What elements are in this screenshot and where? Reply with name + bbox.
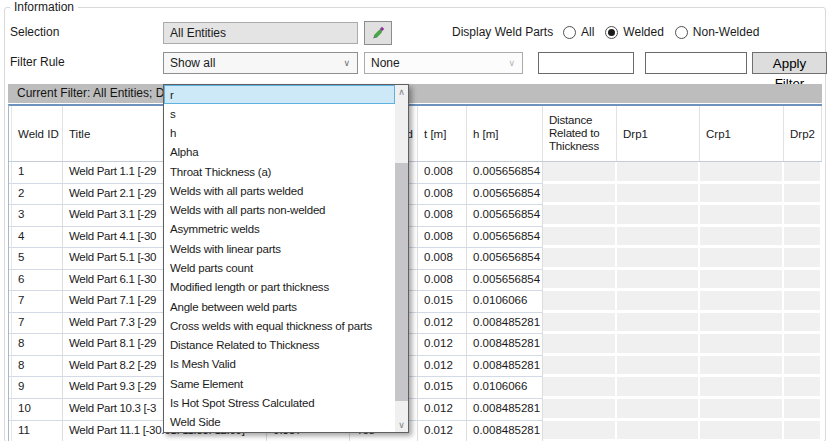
table-row[interactable]: 8Weld Part 8.2 [-290.0120.008485281 [9, 356, 822, 378]
cell-drp1[interactable] [617, 291, 700, 313]
cell-drp1[interactable] [617, 248, 700, 270]
dropdown-item[interactable]: Modified length or part thickness [164, 278, 395, 297]
cell-t-m[interactable]: 0.012 [418, 313, 467, 335]
cell-drp1[interactable] [617, 184, 700, 206]
cell-crp1[interactable] [700, 377, 784, 399]
dropdown-scrollbar[interactable]: ∧ ∨ [395, 85, 408, 432]
cell-distance-related-to-thickness[interactable] [543, 291, 617, 313]
cell-crp1[interactable] [700, 184, 784, 206]
cell-crp1[interactable] [700, 291, 784, 313]
dropdown-item[interactable]: Welds with all parts welded [164, 181, 395, 200]
cell-drp1[interactable] [617, 227, 700, 249]
dropdown-item[interactable]: Asymmetric welds [164, 220, 395, 239]
dropdown-item[interactable]: Is Mesh Valid [164, 355, 395, 374]
dropdown-item[interactable]: s [164, 104, 395, 123]
table-row[interactable]: 3Weld Part 3.1 [-290.0080.005656854 [9, 205, 822, 227]
cell-drp2[interactable] [784, 227, 822, 249]
cell-distance-related-to-thickness[interactable] [543, 270, 617, 292]
cell-drp1[interactable] [617, 377, 700, 399]
dropdown-item[interactable]: Welds with all parts non-welded [164, 201, 395, 220]
cell-h-m[interactable]: 0.005656854 [467, 162, 543, 184]
cell-h-m[interactable]: 0.005656854 [467, 270, 543, 292]
cell-drp2[interactable] [784, 162, 822, 184]
cell-weld-id[interactable]: 5 [12, 248, 63, 270]
cell-drp2[interactable] [784, 313, 822, 335]
scroll-down-button[interactable]: ∨ [395, 418, 408, 432]
table-row[interactable]: 7Weld Part 7.3 [-290.0120.008485281 [9, 313, 822, 335]
cell-drp1[interactable] [617, 205, 700, 227]
cell-drp1[interactable] [617, 399, 700, 421]
apply-filter-button[interactable]: Apply Filter [752, 52, 827, 74]
cell-drp2[interactable] [784, 399, 822, 421]
cell-drp1[interactable] [617, 313, 700, 335]
edit-selection-button[interactable] [364, 21, 392, 45]
cell-drp1[interactable] [617, 162, 700, 184]
cell-weld-id[interactable]: 3 [12, 205, 63, 227]
dropdown-item[interactable]: r [164, 85, 395, 104]
cell-t-m[interactable]: 0.008 [418, 184, 467, 206]
dropdown-item[interactable]: h [164, 124, 395, 143]
cell-h-m[interactable]: 0.0106066 [467, 377, 543, 399]
cell-crp1[interactable] [700, 162, 784, 184]
radio-button[interactable] [563, 26, 576, 39]
cell-distance-related-to-thickness[interactable] [543, 313, 617, 335]
table-row[interactable]: 10Weld Part 10.3 [-30.0120.008485281 [9, 399, 822, 421]
cell-crp1[interactable] [700, 421, 784, 441]
cell-t-m[interactable]: 0.008 [418, 248, 467, 270]
scrollbar-thumb[interactable] [395, 163, 408, 401]
cell-distance-related-to-thickness[interactable] [543, 421, 617, 441]
cell-distance-related-to-thickness[interactable] [543, 377, 617, 399]
cell-weld-id[interactable]: 1 [12, 162, 63, 184]
cell-drp2[interactable] [784, 334, 822, 356]
cell-drp2[interactable] [784, 248, 822, 270]
cell-drp1[interactable] [617, 356, 700, 378]
table-row[interactable]: 1Weld Part 1.1 [-290.0080.005656854 [9, 162, 822, 184]
cell-t-m[interactable]: 0.008 [418, 270, 467, 292]
cell-crp1[interactable] [700, 313, 784, 335]
cell-t-m[interactable]: 0.012 [418, 334, 467, 356]
cell-crp1[interactable] [700, 270, 784, 292]
cell-h-m[interactable]: 0.0106066 [467, 291, 543, 313]
cell-drp2[interactable] [784, 184, 822, 206]
table-row[interactable]: 7Weld Part 7.1 [-290.0150.0106066 [9, 291, 822, 313]
cell-h-m[interactable]: 0.008485281 [467, 313, 543, 335]
dropdown-item[interactable]: Is Hot Spot Stress Calculated [164, 393, 395, 412]
radio-option-non-welded[interactable]: Non-Welded [675, 25, 759, 39]
cell-drp1[interactable] [617, 270, 700, 292]
table-row[interactable]: 11Weld Part 11.1 [-30.61: 11.83: 12.09]0… [9, 421, 822, 441]
cell-t-m[interactable]: 0.012 [418, 421, 467, 441]
dropdown-item[interactable]: Same Element [164, 374, 395, 393]
cell-distance-related-to-thickness[interactable] [543, 184, 617, 206]
radio-button[interactable] [605, 26, 618, 39]
cell-crp1[interactable] [700, 356, 784, 378]
cell-t-m[interactable]: 0.012 [418, 399, 467, 421]
cell-t-m[interactable]: 0.012 [418, 356, 467, 378]
filter-operator-combo[interactable]: None ∨ [364, 52, 523, 74]
column-header-weld-id[interactable]: Weld ID [12, 106, 63, 161]
cell-weld-id[interactable]: 8 [12, 334, 63, 356]
cell-distance-related-to-thickness[interactable] [543, 334, 617, 356]
cell-crp1[interactable] [700, 205, 784, 227]
cell-t-m[interactable]: 0.015 [418, 291, 467, 313]
table-row[interactable]: 2Weld Part 2.1 [-290.0080.005656854 [9, 184, 822, 206]
cell-drp2[interactable] [784, 291, 822, 313]
cell-t-m[interactable]: 0.008 [418, 205, 467, 227]
cell-weld-id[interactable]: 8 [12, 356, 63, 378]
dropdown-item[interactable]: Throat Thickness (a) [164, 162, 395, 181]
filter-rule-combo[interactable]: Show all ∨ [163, 52, 358, 74]
cell-h-m[interactable]: 0.005656854 [467, 248, 543, 270]
cell-drp2[interactable] [784, 270, 822, 292]
cell-distance-related-to-thickness[interactable] [543, 356, 617, 378]
cell-weld-id[interactable]: 4 [12, 227, 63, 249]
cell-h-m[interactable]: 0.008485281 [467, 421, 543, 441]
cell-drp1[interactable] [617, 421, 700, 441]
dropdown-item[interactable]: Cross welds with equal thickness of part… [164, 316, 395, 335]
cell-weld-id[interactable]: 11 [12, 421, 63, 441]
table-row[interactable]: 9Weld Part 9.3 [-290.0150.0106066 [9, 377, 822, 399]
cell-drp2[interactable] [784, 421, 822, 441]
cell-h-m[interactable]: 0.008485281 [467, 334, 543, 356]
dropdown-item[interactable]: Alpha [164, 143, 395, 162]
cell-weld-id[interactable]: 2 [12, 184, 63, 206]
cell-weld-id[interactable]: 6 [12, 270, 63, 292]
cell-h-m[interactable]: 0.005656854 [467, 227, 543, 249]
